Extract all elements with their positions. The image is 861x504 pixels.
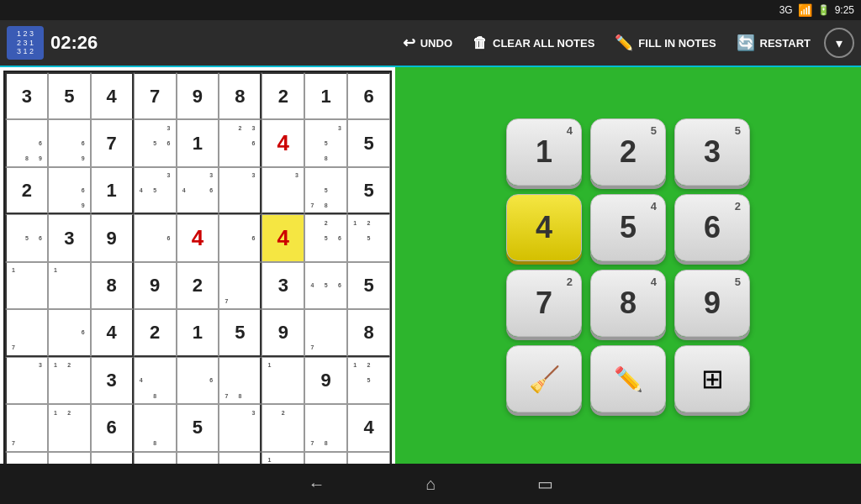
signal-icon: 📶 bbox=[798, 3, 812, 17]
num-btn-3[interactable]: 35 bbox=[674, 118, 750, 186]
cell-1-5[interactable]: 236 bbox=[219, 119, 261, 166]
cell-6-0[interactable]: 3 bbox=[5, 357, 48, 404]
undo-button[interactable]: ↩ UNDO bbox=[393, 29, 462, 57]
cell-5-3[interactable]: 2 bbox=[134, 309, 177, 356]
notes-mode-button[interactable]: ⊞ bbox=[674, 345, 750, 412]
cell-5-4[interactable]: 1 bbox=[177, 309, 219, 356]
cell-6-5[interactable]: 78 bbox=[219, 357, 261, 404]
sudoku-grid: 3547982166896973561236435852691345346335… bbox=[3, 71, 392, 501]
restart-icon: 🔄 bbox=[737, 34, 755, 52]
cell-2-3[interactable]: 345 bbox=[134, 167, 177, 214]
fill-notes-label: FILL IN NOTES bbox=[638, 37, 716, 50]
cell-5-8[interactable]: 8 bbox=[347, 309, 390, 356]
cell-5-7[interactable]: 7 bbox=[304, 309, 347, 356]
cell-3-1[interactable]: 3 bbox=[48, 214, 91, 261]
more-button[interactable]: ▾ bbox=[824, 28, 854, 58]
cell-6-6[interactable]: 1 bbox=[261, 357, 304, 404]
cell-0-3[interactable]: 7 bbox=[134, 72, 177, 119]
cell-2-7[interactable]: 578 bbox=[304, 167, 347, 214]
cell-6-8[interactable]: 125 bbox=[347, 357, 390, 404]
num-btn-1[interactable]: 14 bbox=[506, 118, 582, 186]
home-button[interactable]: ⌂ bbox=[425, 475, 436, 494]
num-btn-6[interactable]: 62 bbox=[674, 194, 750, 261]
clear-notes-button[interactable]: 🗑 CLEAR ALL NOTES bbox=[462, 29, 605, 57]
cell-2-4[interactable]: 346 bbox=[177, 167, 219, 214]
cell-2-0[interactable]: 2 bbox=[5, 167, 48, 214]
sudoku-grid-area: 3547982166896973561236435852691345346335… bbox=[0, 67, 395, 464]
cell-3-6[interactable]: 4 bbox=[261, 214, 304, 261]
clear-notes-label: CLEAR ALL NOTES bbox=[493, 37, 594, 50]
cell-6-4[interactable]: 6 bbox=[177, 357, 219, 404]
cell-0-5[interactable]: 8 bbox=[219, 72, 261, 119]
num-btn-7[interactable]: 72 bbox=[506, 270, 582, 337]
cell-0-6[interactable]: 2 bbox=[261, 72, 304, 119]
cell-0-8[interactable]: 6 bbox=[347, 72, 390, 119]
cell-3-7[interactable]: 256 bbox=[304, 214, 347, 261]
cell-4-6[interactable]: 3 bbox=[261, 262, 304, 309]
cell-1-2[interactable]: 7 bbox=[91, 119, 134, 166]
cell-6-7[interactable]: 9 bbox=[304, 357, 347, 404]
undo-label: UNDO bbox=[420, 37, 452, 50]
cell-0-7[interactable]: 1 bbox=[304, 72, 347, 119]
cell-6-3[interactable]: 48 bbox=[134, 357, 177, 404]
cell-7-4[interactable]: 5 bbox=[177, 404, 219, 451]
num-btn-4[interactable]: 4 bbox=[506, 194, 582, 261]
cell-7-2[interactable]: 6 bbox=[91, 404, 134, 451]
cell-1-0[interactable]: 689 bbox=[5, 119, 48, 166]
cell-7-8[interactable]: 4 bbox=[347, 404, 390, 451]
cell-3-3[interactable]: 6 bbox=[134, 214, 177, 261]
cell-0-1[interactable]: 5 bbox=[48, 72, 91, 119]
right-panel: 14253545462728495🧹✏️⊞ bbox=[395, 67, 861, 464]
cell-5-2[interactable]: 4 bbox=[91, 309, 134, 356]
cell-4-5[interactable]: 7 bbox=[219, 262, 261, 309]
cell-1-8[interactable]: 5 bbox=[347, 119, 390, 166]
cell-4-3[interactable]: 9 bbox=[134, 262, 177, 309]
cell-7-1[interactable]: 12 bbox=[48, 404, 91, 451]
cell-5-6[interactable]: 9 bbox=[261, 309, 304, 356]
cell-5-0[interactable]: 7 bbox=[5, 309, 48, 356]
cell-7-6[interactable]: 2 bbox=[261, 404, 304, 451]
cell-4-8[interactable]: 5 bbox=[347, 262, 390, 309]
cell-5-1[interactable]: 6 bbox=[48, 309, 91, 356]
cell-0-4[interactable]: 9 bbox=[177, 72, 219, 119]
cell-7-0[interactable]: 7 bbox=[5, 404, 48, 451]
cell-2-5[interactable]: 3 bbox=[219, 167, 261, 214]
cell-1-4[interactable]: 1 bbox=[177, 119, 219, 166]
restart-button[interactable]: 🔄 RESTART bbox=[726, 29, 821, 57]
cell-1-3[interactable]: 356 bbox=[134, 119, 177, 166]
cell-4-4[interactable]: 2 bbox=[177, 262, 219, 309]
cell-4-7[interactable]: 456 bbox=[304, 262, 347, 309]
recent-button[interactable]: ▭ bbox=[537, 474, 553, 494]
cell-7-3[interactable]: 8 bbox=[134, 404, 177, 451]
cell-1-1[interactable]: 69 bbox=[48, 119, 91, 166]
cell-6-1[interactable]: 12 bbox=[48, 357, 91, 404]
cell-3-8[interactable]: 125 bbox=[347, 214, 390, 261]
cell-0-2[interactable]: 4 bbox=[91, 72, 134, 119]
cell-5-5[interactable]: 5 bbox=[219, 309, 261, 356]
cell-2-8[interactable]: 5 bbox=[347, 167, 390, 214]
pencil-button[interactable]: ✏️ bbox=[590, 345, 666, 412]
cell-1-7[interactable]: 358 bbox=[304, 119, 347, 166]
cell-0-0[interactable]: 3 bbox=[5, 72, 48, 119]
cell-4-1[interactable]: 1 bbox=[48, 262, 91, 309]
cell-1-6[interactable]: 4 bbox=[261, 119, 304, 166]
cell-3-2[interactable]: 9 bbox=[91, 214, 134, 261]
cell-4-2[interactable]: 8 bbox=[91, 262, 134, 309]
cell-3-0[interactable]: 56 bbox=[5, 214, 48, 261]
back-button[interactable]: ← bbox=[308, 475, 325, 494]
cell-2-2[interactable]: 1 bbox=[91, 167, 134, 214]
cell-7-5[interactable]: 3 bbox=[219, 404, 261, 451]
cell-3-5[interactable]: 6 bbox=[219, 214, 261, 261]
cell-2-1[interactable]: 69 bbox=[48, 167, 91, 214]
cell-6-2[interactable]: 3 bbox=[91, 357, 134, 404]
cell-4-0[interactable]: 1 bbox=[5, 262, 48, 309]
eraser-button[interactable]: 🧹 bbox=[506, 345, 582, 412]
fill-notes-button[interactable]: ✏️ FILL IN NOTES bbox=[605, 29, 726, 57]
cell-7-7[interactable]: 78 bbox=[304, 404, 347, 451]
cell-2-6[interactable]: 3 bbox=[261, 167, 304, 214]
num-btn-9[interactable]: 95 bbox=[674, 270, 750, 337]
num-btn-2[interactable]: 25 bbox=[590, 118, 666, 186]
num-btn-8[interactable]: 84 bbox=[590, 270, 666, 337]
num-btn-5[interactable]: 54 bbox=[590, 194, 666, 261]
cell-3-4[interactable]: 4 bbox=[177, 214, 219, 261]
